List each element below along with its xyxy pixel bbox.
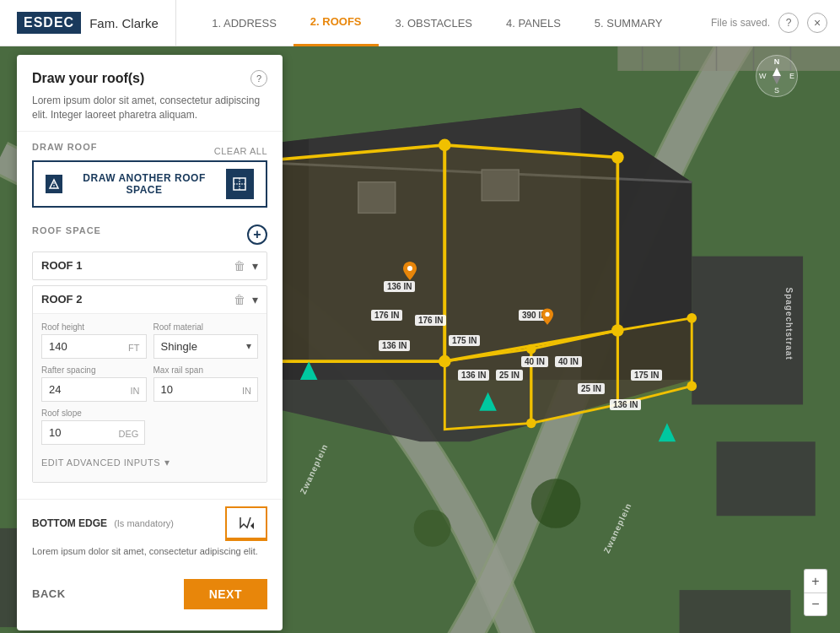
roof-space-section: ROOF SPACE + ROOF 1 🗑 ▾ ROOF 2 🗑 ▾ [17, 218, 283, 495]
next-button[interactable]: NEXT [184, 579, 267, 609]
nav-panels[interactable]: 4. PANELS [489, 0, 578, 46]
roof-slope-group: Roof slope DEG [41, 408, 145, 445]
roof-2-form: Roof height FT Roof material Shingle Til… [33, 313, 267, 482]
draw-roof-row: DRAW ROOF CLEAR ALL [32, 142, 267, 160]
compass-north: N [774, 57, 780, 66]
max-rail-span-group: Max rail span IN [153, 365, 259, 402]
zoom-controls: + − [804, 569, 827, 616]
draw-another-roof-button[interactable]: DRAW ANOTHER ROOF SPACE [32, 160, 267, 208]
roof-space-header: ROOF SPACE + [32, 225, 267, 245]
panel-title: Draw your roof(s) [32, 71, 144, 86]
clear-all-button[interactable]: CLEAR ALL [214, 146, 267, 156]
bottom-edge-title: BOTTOM EDGE [32, 517, 107, 529]
header-right: File is saved. ? × [698, 13, 840, 33]
draw-roof-section: DRAW ROOF CLEAR ALL DRAW ANOTHER ROOF SP… [17, 132, 283, 218]
panel-help-button[interactable]: ? [250, 70, 267, 87]
nav-address[interactable]: 1. ADDRESS [195, 0, 293, 46]
compass-arrow [768, 68, 785, 84]
compass-south: S [774, 86, 779, 95]
back-button[interactable]: BACK [32, 579, 66, 609]
roof-1-actions: 🗑 ▾ [234, 259, 258, 273]
logo: ESDEC [17, 12, 81, 34]
nav-roofs[interactable]: 2. ROOFS [293, 0, 379, 46]
compass-circle: N S E W [756, 55, 798, 97]
roof-2-delete-button[interactable]: 🗑 [234, 293, 245, 306]
file-status: File is saved. [711, 17, 770, 29]
close-button[interactable]: × [807, 13, 827, 33]
roof-material-select[interactable]: Shingle Tile Metal Flat [153, 334, 259, 359]
panel-description: Lorem ipsum dolor sit amet, consectetur … [32, 94, 267, 122]
roof-1-header[interactable]: ROOF 1 🗑 ▾ [33, 252, 267, 279]
roof-1-expand-button[interactable]: ▾ [252, 259, 258, 273]
main-nav: 1. ADDRESS 2. ROOFS 3. OBSTACLES 4. PANE… [176, 0, 698, 46]
roof-form-row-3: Roof slope DEG [41, 408, 258, 445]
header: ESDEC Fam. Clarke 1. ADDRESS 2. ROOFS 3.… [0, 0, 840, 46]
max-rail-span-label: Max rail span [153, 365, 259, 375]
bottom-edge-mandatory: (Is mandatory) [114, 518, 174, 528]
roof-slope-unit: DEG [119, 429, 139, 439]
roof-2-header[interactable]: ROOF 2 🗑 ▾ [33, 286, 267, 313]
compass-west: W [759, 72, 767, 80]
roof-1-delete-button[interactable]: 🗑 [234, 259, 245, 273]
max-rail-span-unit: IN [242, 386, 251, 396]
roof-material-group: Roof material Shingle Tile Metal Flat ▾ [153, 322, 259, 359]
draw-cursor-icon [226, 169, 254, 199]
roof-height-unit: FT [128, 343, 139, 353]
panel-header: Draw your roof(s) ? Lorem ipsum dolor si… [17, 55, 283, 132]
logo-area: ESDEC Fam. Clarke [0, 0, 176, 46]
compass: N S E W [756, 55, 798, 97]
rafter-spacing-label: Rafter spacing [41, 365, 147, 375]
roof-material-label: Roof material [153, 322, 259, 332]
advanced-inputs-label: EDIT ADVANCED INPUTS [41, 457, 160, 468]
roof-item-1: ROOF 1 🗑 ▾ [32, 252, 267, 280]
bottom-edge-header: BOTTOM EDGE (Is mandatory) [32, 506, 267, 540]
draw-roof-icon [46, 175, 62, 193]
panel-footer: BACK NEXT [17, 571, 283, 614]
bottom-edge-description: Lorem ipsum dolor sit amet, consectetur … [32, 545, 267, 558]
compass-east: E [789, 72, 794, 80]
rafter-spacing-unit: IN [131, 386, 140, 396]
zoom-out-button[interactable]: − [804, 592, 827, 616]
svg-marker-56 [250, 522, 254, 529]
draw-btn-label: DRAW ANOTHER ROOF SPACE [69, 172, 218, 196]
bottom-edge-icon [225, 506, 267, 540]
add-roof-button[interactable]: + [247, 225, 267, 245]
panel-title-row: Draw your roof(s) ? [32, 70, 267, 87]
roof-2-label: ROOF 2 [41, 293, 82, 306]
rafter-spacing-group: Rafter spacing IN [41, 365, 147, 402]
roof-slope-label: Roof slope [41, 408, 145, 418]
company-name: Fam. Clarke [89, 16, 159, 30]
nav-summary[interactable]: 5. SUMMARY [578, 0, 680, 46]
help-button[interactable]: ? [778, 13, 799, 33]
draw-roof-label: DRAW ROOF [32, 142, 97, 152]
roof-height-group: Roof height FT [41, 322, 147, 359]
advanced-inputs-chevron-icon: ▾ [164, 457, 170, 468]
roof-form-row-1: Roof height FT Roof material Shingle Til… [41, 322, 258, 359]
roof-space-label: ROOF SPACE [32, 225, 101, 235]
bottom-edge-section: BOTTOM EDGE (Is mandatory) Lorem ipsum d… [17, 499, 283, 571]
roof-height-label: Roof height [41, 322, 147, 332]
zoom-in-button[interactable]: + [804, 569, 827, 592]
roof-form-row-2: Rafter spacing IN Max rail span IN [41, 365, 258, 402]
left-panel: Draw your roof(s) ? Lorem ipsum dolor si… [17, 55, 283, 630]
roof-2-actions: 🗑 ▾ [234, 293, 258, 306]
nav-obstacles[interactable]: 3. OBSTACLES [379, 0, 490, 46]
roof-1-label: ROOF 1 [41, 259, 82, 272]
advanced-inputs-row[interactable]: EDIT ADVANCED INPUTS ▾ [41, 452, 258, 473]
roof-2-expand-button[interactable]: ▾ [252, 293, 258, 306]
roof-item-2: ROOF 2 🗑 ▾ Roof height FT Roof material [32, 285, 267, 483]
